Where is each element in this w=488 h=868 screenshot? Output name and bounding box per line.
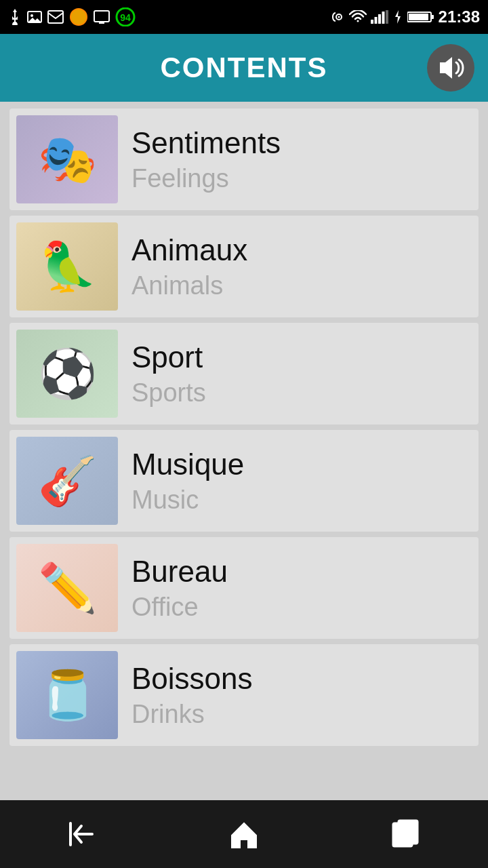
list-item-boissons[interactable]: 🫙 Boissons Drinks (9, 644, 479, 746)
musique-text: Musique Music (118, 448, 468, 515)
svg-rect-10 (374, 17, 377, 24)
battery-icon (407, 10, 434, 24)
sentiments-image: 🎭 (16, 115, 118, 203)
svg-rect-11 (378, 14, 381, 24)
bureau-text: Bureau Office (118, 555, 468, 622)
list-item-musique[interactable]: 🎸 Musique Music (9, 430, 479, 532)
sentiments-subtitle: Feelings (131, 164, 468, 193)
animaux-text: Animaux Animals (118, 233, 468, 300)
bureau-title: Bureau (131, 555, 468, 589)
usb-icon (8, 9, 22, 25)
svg-marker-18 (440, 57, 452, 79)
status-time: 21:38 (439, 7, 480, 26)
hearing-aid-icon (330, 9, 345, 24)
back-button[interactable] (54, 807, 108, 861)
animaux-subtitle: Animals (131, 271, 468, 300)
sport-subtitle: Sports (131, 378, 468, 408)
sound-icon (436, 53, 466, 83)
notification-94-icon: 94 (115, 7, 136, 26)
header: CONTENTS (0, 34, 488, 102)
boissons-title: Boissons (131, 662, 468, 696)
status-bar-left: 94 (8, 7, 136, 26)
category-list: 🎭 Sentiments Feelings 🦜 Animaux Animals … (0, 102, 488, 800)
svg-marker-14 (395, 10, 401, 24)
status-bar-right: 21:38 (330, 7, 480, 26)
svg-point-3 (70, 9, 87, 25)
list-item-bureau[interactable]: ✏️ Bureau Office (9, 537, 479, 639)
screen-icon (94, 10, 110, 24)
svg-rect-2 (48, 11, 63, 23)
recents-button[interactable] (380, 807, 434, 861)
sentiments-title: Sentiments (131, 126, 468, 160)
svg-rect-9 (371, 20, 373, 24)
svg-text:94: 94 (120, 12, 131, 23)
charging-icon (392, 10, 403, 24)
list-item-animaux[interactable]: 🦜 Animaux Animals (9, 216, 479, 317)
svg-point-1 (30, 14, 33, 17)
image-icon (27, 9, 42, 24)
mail-icon (47, 10, 64, 24)
circle-icon (69, 7, 88, 26)
svg-rect-16 (409, 14, 428, 20)
sound-button[interactable] (427, 44, 474, 92)
list-item-sport[interactable]: ⚽ Sport Sports (9, 323, 479, 425)
boissons-text: Boissons Drinks (118, 662, 468, 729)
svg-rect-13 (386, 10, 388, 24)
wifi-icon (349, 10, 367, 24)
svg-rect-12 (382, 12, 384, 24)
bottom-navigation (0, 800, 488, 868)
svg-rect-17 (431, 15, 434, 19)
list-item-sentiments[interactable]: 🎭 Sentiments Feelings (9, 108, 479, 210)
boissons-subtitle: Drinks (131, 700, 468, 729)
status-bar: 94 (0, 0, 488, 34)
recents-icon (389, 816, 424, 852)
home-button[interactable] (217, 807, 271, 861)
back-icon (64, 816, 99, 852)
signal-icon (371, 10, 388, 24)
svg-rect-20 (399, 821, 418, 844)
svg-rect-4 (94, 11, 109, 22)
sport-image: ⚽ (16, 330, 118, 418)
musique-image: 🎸 (16, 437, 118, 525)
page-title: CONTENTS (61, 52, 427, 84)
animaux-image: 🦜 (16, 222, 118, 311)
musique-subtitle: Music (131, 486, 468, 515)
svg-point-8 (338, 16, 340, 18)
animaux-title: Animaux (131, 233, 468, 267)
bureau-image: ✏️ (16, 544, 118, 632)
home-icon (226, 816, 262, 852)
boissons-image: 🫙 (16, 651, 118, 739)
bureau-subtitle: Office (131, 593, 468, 622)
musique-title: Musique (131, 448, 468, 481)
sport-text: Sport Sports (118, 340, 468, 408)
sport-title: Sport (131, 340, 468, 374)
sentiments-text: Sentiments Feelings (118, 126, 468, 193)
